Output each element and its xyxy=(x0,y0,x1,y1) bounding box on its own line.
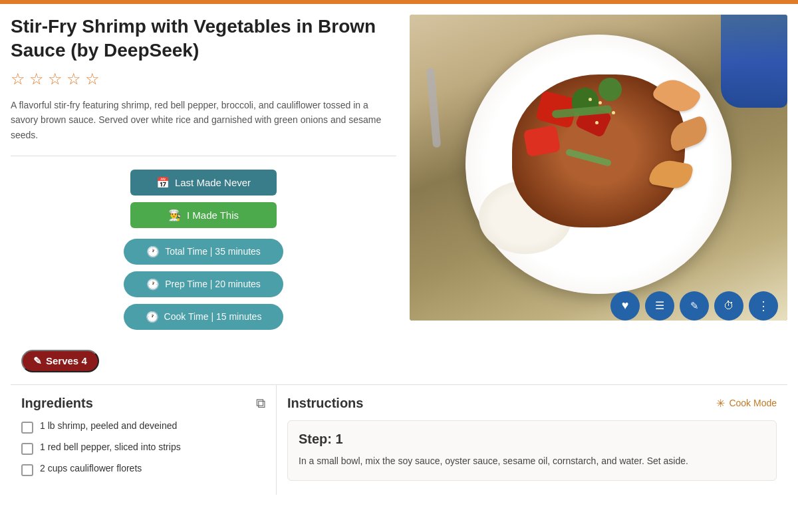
clock-icon-cook: 🕐 xyxy=(146,311,159,323)
calendar-icon: 📅 xyxy=(156,176,170,189)
serves-badge[interactable]: ✎ Serves 4 xyxy=(21,350,99,372)
ingredient-item: 1 red bell pepper, sliced into strips xyxy=(21,442,265,455)
copy-ingredients-button[interactable]: ⧉ xyxy=(256,396,265,411)
ingredient-text-1: 1 lb shrimp, peeled and deveined xyxy=(40,420,177,431)
time-buttons: 🕐 Total Time | 35 minutes 🕐 Prep Time | … xyxy=(11,239,396,330)
total-time-button[interactable]: 🕐 Total Time | 35 minutes xyxy=(124,239,283,265)
star-4[interactable]: ☆ xyxy=(66,70,81,88)
utensil-icon: ✳ xyxy=(716,397,725,410)
edit-icon: ✎ xyxy=(690,300,699,312)
step-box: Step: 1 In a small bowl, mix the soy sau… xyxy=(287,420,777,481)
serves-label: Serves 4 xyxy=(46,355,87,366)
clock-icon-prep: 🕐 xyxy=(146,278,160,291)
clock-icon-total: 🕐 xyxy=(146,245,160,258)
list-icon: ☰ xyxy=(655,299,664,312)
i-made-this-button[interactable]: 👨‍🍳 I Made This xyxy=(130,202,277,228)
serves-edit-icon: ✎ xyxy=(33,355,42,367)
star-3[interactable]: ☆ xyxy=(48,70,63,88)
timer-icon: ⏱ xyxy=(724,300,734,312)
step-title: Step: 1 xyxy=(299,432,765,447)
more-button[interactable]: ⋮ xyxy=(749,291,778,321)
ingredient-item: 2 cups cauliflower florets xyxy=(21,463,265,476)
star-rating[interactable]: ☆ ☆ ☆ ☆ ☆ xyxy=(11,70,396,88)
list-button[interactable]: ☰ xyxy=(645,291,674,321)
ingredient-text-3: 2 cups cauliflower florets xyxy=(40,463,142,473)
ingredient-text-2: 1 red bell pepper, sliced into strips xyxy=(40,442,181,452)
favorite-button[interactable]: ♥ xyxy=(610,291,640,321)
action-buttons-overlay: ♥ ☰ ✎ ⏱ ⋮ xyxy=(610,291,778,321)
instructions-title: Instructions xyxy=(287,396,363,411)
cook-mode-button[interactable]: ✳ Cook Mode xyxy=(716,397,777,410)
ingredients-title: Ingredients xyxy=(21,396,93,411)
ingredients-column: Ingredients ⧉ 1 lb shrimp, peeled and de… xyxy=(11,385,277,495)
prep-time-button[interactable]: 🕐 Prep Time | 20 minutes xyxy=(124,271,283,297)
action-buttons-row: 📅 Last Made Never 👨‍🍳 I Made This xyxy=(11,170,396,228)
cook-time-label: Cook Time | 15 minutes xyxy=(164,311,262,322)
timer-button[interactable]: ⏱ xyxy=(714,291,743,321)
star-5[interactable]: ☆ xyxy=(85,70,100,88)
instructions-header: Instructions ✳ Cook Mode xyxy=(287,396,777,411)
main-container: Stir-Fry Shrimp with Vegetables in Brown… xyxy=(0,4,798,505)
last-made-button[interactable]: 📅 Last Made Never xyxy=(130,170,277,196)
chef-icon: 👨‍🍳 xyxy=(168,209,182,221)
ingredient-checkbox-3[interactable] xyxy=(21,464,33,476)
ingredients-header: Ingredients ⧉ xyxy=(21,396,265,411)
prep-time-label: Prep Time | 20 minutes xyxy=(165,279,261,289)
total-time-label: Total Time | 35 minutes xyxy=(165,246,261,257)
edit-button[interactable]: ✎ xyxy=(680,291,709,321)
instructions-column: Instructions ✳ Cook Mode Step: 1 In a sm… xyxy=(277,385,787,495)
more-icon: ⋮ xyxy=(757,299,769,313)
cook-time-button[interactable]: 🕐 Cook Time | 15 minutes xyxy=(124,304,283,330)
star-2[interactable]: ☆ xyxy=(29,70,44,88)
serves-section: ✎ Serves 4 xyxy=(11,343,787,384)
recipe-right: ♥ ☰ ✎ ⏱ ⋮ xyxy=(410,15,787,330)
recipe-image xyxy=(410,15,787,321)
step-text: In a small bowl, mix the soy sauce, oyst… xyxy=(299,454,765,469)
recipe-header: Stir-Fry Shrimp with Vegetables in Brown… xyxy=(11,15,787,330)
recipe-left: Stir-Fry Shrimp with Vegetables in Brown… xyxy=(11,15,396,330)
ingredient-item: 1 lb shrimp, peeled and deveined xyxy=(21,420,265,434)
star-1[interactable]: ☆ xyxy=(11,70,25,88)
content-columns: Ingredients ⧉ 1 lb shrimp, peeled and de… xyxy=(11,384,787,495)
last-made-label: Last Made Never xyxy=(175,177,251,188)
i-made-this-label: I Made This xyxy=(187,209,239,221)
recipe-description: A flavorful stir-fry featuring shrimp, r… xyxy=(11,98,396,156)
ingredient-checkbox-1[interactable] xyxy=(21,422,33,434)
ingredient-checkbox-2[interactable] xyxy=(21,443,33,455)
cook-mode-label: Cook Mode xyxy=(729,398,777,408)
heart-icon: ♥ xyxy=(622,299,629,313)
recipe-title: Stir-Fry Shrimp with Vegetables in Brown… xyxy=(11,15,396,63)
